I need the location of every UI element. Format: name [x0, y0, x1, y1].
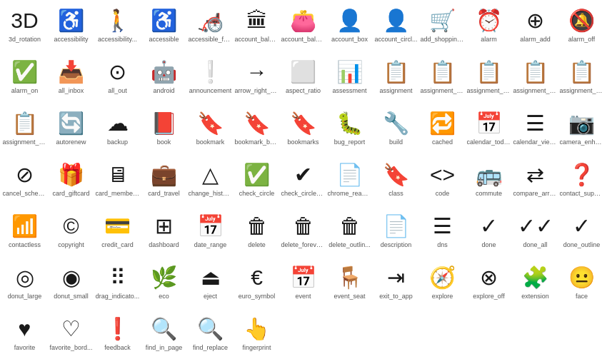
icon-camera_enhance[interactable]: 📷camera_enhanc...	[558, 106, 605, 157]
icon-event_seat[interactable]: 🪑event_seat	[326, 260, 373, 311]
icon-label-autorenew: autorenew	[56, 138, 86, 146]
icon-account_box[interactable]: 👤account_box	[326, 3, 373, 54]
icon-autorenew[interactable]: 🔄autorenew	[48, 106, 94, 157]
icon-all_inbox[interactable]: 📥all_inbox	[48, 54, 94, 106]
icon-assessment[interactable]: 📊assessment	[326, 54, 373, 106]
icon-done_outline[interactable]: ✓done_outline	[558, 208, 605, 260]
icon-announcement[interactable]: ❕announcement	[187, 54, 234, 106]
icon-card_travel[interactable]: 💼card_travel	[141, 157, 187, 208]
icon-dashboard[interactable]: ⊞dashboard	[141, 208, 187, 260]
icon-symbol-find_in_page: 🔍	[151, 315, 177, 343]
icon-account_circle[interactable]: 👤account_circl...	[373, 3, 419, 54]
icon-find_in_page[interactable]: 🔍find_in_page	[141, 311, 187, 363]
icon-eject[interactable]: ⏏eject	[187, 260, 234, 311]
icon-build[interactable]: 🔧build	[373, 106, 419, 157]
icon-event[interactable]: 📅event	[280, 260, 326, 311]
icon-accessible[interactable]: ♿accessible	[141, 3, 187, 54]
icon-fingerprint[interactable]: 👆fingerprint	[234, 311, 280, 363]
icon-done[interactable]: ✓done	[466, 208, 512, 260]
icon-assignment_late[interactable]: 📋assignment_la...	[466, 54, 512, 106]
icon-contact_support[interactable]: ❓contact_suppo...	[558, 157, 605, 208]
icon-assignment_returned[interactable]: 📋assignment_re...	[558, 54, 605, 106]
icon-symbol-all_out: ⊙	[109, 59, 126, 86]
icon-credit_card[interactable]: 💳credit_card	[94, 208, 141, 260]
icon-bookmarks[interactable]: 🔖bookmarks	[280, 106, 326, 157]
icon-symbol-account_balance: 🏛	[246, 7, 268, 34]
icon-delete_outline[interactable]: 🗑delete_outlin...	[326, 208, 373, 260]
icon-favorite_border[interactable]: ♡favorite_bord...	[48, 311, 94, 363]
icon-delete_forever[interactable]: 🗑delete_foreve...	[280, 208, 326, 260]
icon-calendar_view_day[interactable]: ☰calendar_view...	[512, 106, 558, 157]
icon-symbol-alarm_on: ✅	[11, 59, 38, 86]
icon-alarm_off[interactable]: 🔕alarm_off	[558, 3, 605, 54]
icon-done_all[interactable]: ✓✓done_all	[512, 208, 558, 260]
icon-symbol-drag_indicator: ⠿	[110, 264, 126, 291]
icon-label-delete: delete	[248, 241, 266, 248]
icon-date_range[interactable]: 📅date_range	[187, 208, 234, 260]
icon-explore_off[interactable]: ⊗explore_off	[466, 260, 512, 311]
icon-assignment_ind[interactable]: 📋assignment_in...	[419, 54, 466, 106]
icon-cancel_schedule[interactable]: ⊘cancel_schedu...	[1, 157, 48, 208]
icon-explore[interactable]: 🧭explore	[419, 260, 466, 311]
icon-assignment[interactable]: 📋assignment	[373, 54, 419, 106]
icon-alarm_add[interactable]: ⊕alarm_add	[512, 3, 558, 54]
icon-3d_rotation[interactable]: 3D3d_rotation	[1, 3, 48, 54]
icon-android[interactable]: 🤖android	[141, 54, 187, 106]
icon-compare_arrows[interactable]: ⇄compare_arrow...	[512, 157, 558, 208]
icon-label-check_circle_outline: check_circle_...	[281, 190, 326, 197]
icon-code[interactable]: <>code	[419, 157, 466, 208]
icon-contactless[interactable]: 📶contactless	[1, 208, 48, 260]
icon-card_membership[interactable]: 🖥card_membersh...	[94, 157, 141, 208]
icon-aspect_ratio[interactable]: ⬜aspect_ratio	[280, 54, 326, 106]
icon-label-delete_outline: delete_outlin...	[328, 241, 371, 248]
icon-dns[interactable]: ☰dns	[419, 208, 466, 260]
icon-arrow_right_alt[interactable]: →arrow_right_a...	[234, 54, 280, 106]
icon-label-alarm_add: alarm_add	[520, 36, 551, 43]
icon-alarm[interactable]: ⏰alarm	[466, 3, 512, 54]
icon-assignment_return[interactable]: 📋assignment_re...	[512, 54, 558, 106]
icon-assignment_turned_in[interactable]: 📋assignment_tu...	[1, 106, 48, 157]
icon-account_balance[interactable]: 🏛account_balan...	[234, 3, 280, 54]
icon-bug_report[interactable]: 🐛bug_report	[326, 106, 373, 157]
icon-calendar_today[interactable]: 📅calendar_toda...	[466, 106, 512, 157]
icon-eco[interactable]: 🌿eco	[141, 260, 187, 311]
icon-backup[interactable]: ☁backup	[94, 106, 141, 157]
icon-description[interactable]: 📄description	[373, 208, 419, 260]
icon-donut_large[interactable]: ◎donut_large	[1, 260, 48, 311]
icon-card_giftcard[interactable]: 🎁card_giftcard	[48, 157, 94, 208]
icon-change_history[interactable]: △change_histor...	[187, 157, 234, 208]
icon-euro_symbol[interactable]: €euro_symbol	[234, 260, 280, 311]
icon-label-cached: cached	[432, 138, 453, 146]
icon-symbol-eco: 🌿	[151, 264, 177, 291]
icon-check_circle[interactable]: ✅check_circle	[234, 157, 280, 208]
icon-accessibility[interactable]: ♿accessibility	[48, 3, 94, 54]
icon-favorite[interactable]: ♥favorite	[1, 311, 48, 363]
icon-delete[interactable]: 🗑delete	[234, 208, 280, 260]
icon-account_balance_wallet[interactable]: 👛account_balan...	[280, 3, 326, 54]
icon-face[interactable]: 😐face	[558, 260, 605, 311]
icon-label-description: description	[381, 241, 412, 248]
icon-find_replace[interactable]: 🔍find_replace	[187, 311, 234, 363]
icon-donut_small[interactable]: ◉donut_small	[48, 260, 94, 311]
icon-copyright[interactable]: ©copyright	[48, 208, 94, 260]
icon-class[interactable]: 🔖class	[373, 157, 419, 208]
icon-commute[interactable]: 🚌commute	[466, 157, 512, 208]
icon-bookmark[interactable]: 🔖bookmark	[187, 106, 234, 157]
icon-all_out[interactable]: ⊙all_out	[94, 54, 141, 106]
icon-chrome_reader_mode[interactable]: 📄chrome_reader...	[326, 157, 373, 208]
icon-accessibility_new[interactable]: 🚶accessibility...	[94, 3, 141, 54]
icon-alarm_on[interactable]: ✅alarm_on	[1, 54, 48, 106]
icon-add_shopping_cart[interactable]: 🛒add_shopping_...	[419, 3, 466, 54]
icon-cached[interactable]: 🔁cached	[419, 106, 466, 157]
icon-extension[interactable]: 🧩extension	[512, 260, 558, 311]
icon-feedback[interactable]: ❗feedback	[94, 311, 141, 363]
icon-accessible_forward[interactable]: 🦽accessible_fo...	[187, 3, 234, 54]
icon-symbol-assignment_turned_in: 📋	[11, 110, 38, 137]
icon-bookmark_border[interactable]: 🔖bookmark_bord...	[234, 106, 280, 157]
icon-symbol-card_giftcard: 🎁	[58, 161, 84, 188]
icon-label-event_seat: event_seat	[333, 293, 365, 300]
icon-check_circle_outline[interactable]: ✔check_circle_...	[280, 157, 326, 208]
icon-drag_indicator[interactable]: ⠿drag_indicato...	[94, 260, 141, 311]
icon-book[interactable]: 📕book	[141, 106, 187, 157]
icon-exit_to_app[interactable]: ⇥exit_to_app	[373, 260, 419, 311]
